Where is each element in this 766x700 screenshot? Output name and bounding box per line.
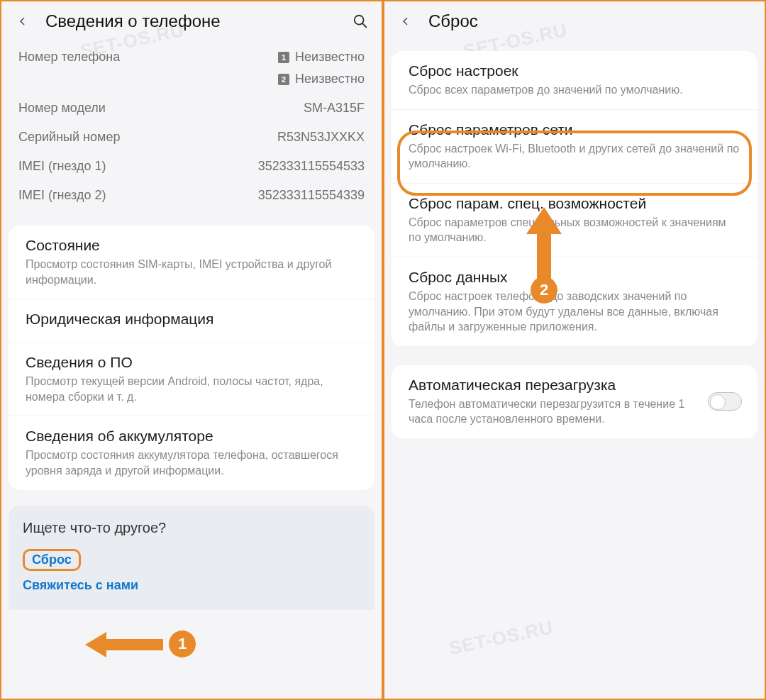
item-title: Сброс настроек [409,62,740,79]
about-info-block: Номер телефона 1Неизвестно 2Неизвестно Н… [1,38,382,220]
item-desc: Сброс настроек Wi-Fi, Bluetooth и других… [409,141,740,172]
chevron-left-icon [401,13,411,29]
item-software[interactable]: Сведения о ПО Просмотр текущей версии An… [9,343,374,416]
imei1-value: 352333115554533 [258,159,365,174]
item-reset-settings[interactable]: Сброс настроек Сброс всех параметров до … [392,51,757,110]
page-title: Сведения о телефоне [45,11,221,31]
info-serial: Серийный номер R53N53JXXKX [1,123,382,152]
imei2-value: 352333115554339 [258,188,365,203]
contact-link[interactable]: Свяжитесь с нами [23,578,360,593]
reset-link-highlight: Сброс [23,549,81,571]
sim1-badge: 1 [278,52,289,63]
item-status[interactable]: Состояние Просмотр состояния SIM-карты, … [9,226,374,299]
phone-label: Номер телефона [18,50,146,65]
item-title: Состояние [26,237,357,254]
item-title: Сведения об аккумуляторе [26,428,357,445]
item-desc: Просмотр состояния аккумулятора телефона… [26,448,357,478]
search-button[interactable] [350,11,370,31]
item-title: Юридическая информация [26,311,357,328]
back-button[interactable] [13,11,33,31]
info-imei1: IMEI (гнездо 1) 352333115554533 [1,152,382,181]
search-icon [353,13,368,29]
item-reset-data[interactable]: Сброс данных Сброс настроек телефона до … [392,257,757,347]
item-desc: Сброс настроек телефона до заводских зна… [409,289,740,335]
page-title: Сброс [428,11,478,31]
model-value: SM-A315F [304,101,365,116]
reset-link[interactable]: Сброс [32,552,72,567]
item-reset-accessibility[interactable]: Сброс парам. спец. возможностей Сброс па… [392,184,757,257]
item-legal[interactable]: Юридическая информация [9,299,374,343]
other-block: Ищете что-то другое? Сброс Свяжитесь с н… [9,506,374,610]
item-desc: Просмотр текущей версии Android, полосы … [26,374,357,404]
item-desc: Телефон автоматически перезагрузится в т… [409,396,694,427]
item-title: Сброс параметров сети [409,121,740,138]
item-title: Сброс парам. спец. возможностей [409,195,740,212]
annotation-arrow-1 [85,629,163,660]
item-desc: Сброс всех параметров до значений по умо… [409,82,740,98]
item-desc: Просмотр состояния SIM-карты, IMEI устро… [26,257,357,287]
svg-marker-1 [85,632,163,657]
item-title: Сведения о ПО [26,354,357,371]
chevron-left-icon [18,13,28,29]
item-desc: Сброс параметров специальных возможносте… [409,215,740,245]
item-title: Сброс данных [409,269,740,286]
phone-sim1-value: Неизвестно [295,50,365,65]
left-header: Сведения о телефоне [1,1,382,38]
item-battery[interactable]: Сведения об аккумуляторе Просмотр состоя… [9,416,374,489]
info-model: Номер модели SM-A315F [1,94,382,123]
about-card: Состояние Просмотр состояния SIM-карты, … [9,226,374,490]
right-header: Сброс [384,1,765,38]
info-imei2: IMEI (гнездо 2) 352333115554339 [1,181,382,210]
imei2-label: IMEI (гнездо 2) [18,188,146,203]
info-phone: Номер телефона 1Неизвестно 2Неизвестно [1,43,382,94]
annotation-badge-1: 1 [169,630,196,657]
watermark: SET-OS.RU [447,616,555,660]
auto-reboot-card: Автоматическая перезагрузка Телефон авто… [392,365,757,438]
reset-card: Сброс настроек Сброс всех параметров до … [392,51,757,347]
item-title: Автоматическая перезагрузка [409,377,694,394]
serial-label: Серийный номер [18,130,146,145]
annotation-badge-2: 2 [531,277,557,304]
sim2-badge: 2 [278,74,289,85]
imei1-label: IMEI (гнездо 1) [18,159,146,174]
phone-sim2-value: Неизвестно [295,72,365,87]
auto-reboot-toggle[interactable] [708,392,742,411]
model-label: Номер модели [18,101,146,116]
serial-value: R53N53JXXKX [277,130,365,145]
back-button[interactable] [396,11,416,31]
other-question: Ищете что-то другое? [23,520,360,536]
item-reset-network[interactable]: Сброс параметров сети Сброс настроек Wi-… [392,110,757,184]
item-auto-reboot[interactable]: Автоматическая перезагрузка Телефон авто… [392,365,757,438]
